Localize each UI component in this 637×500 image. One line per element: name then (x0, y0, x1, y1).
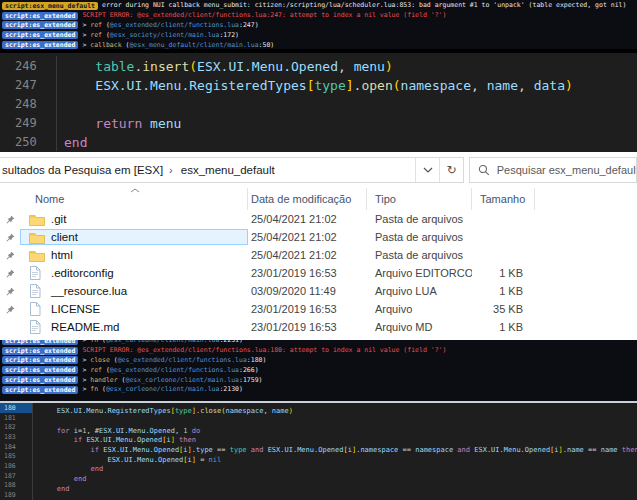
pin-cell (0, 269, 20, 278)
code-token: nil (209, 456, 222, 464)
code-line: 186 end (0, 461, 637, 471)
file-row[interactable]: client25/04/2021 21:02Pasta de arquivos (0, 228, 637, 246)
file-date: 03/09/2020 11:49 (248, 285, 367, 297)
code-token: name (567, 446, 584, 454)
code-token: :180) (247, 356, 267, 365)
file-name-cell[interactable]: .editorconfig (20, 265, 248, 281)
file-type: Pasta de arquivos (367, 249, 472, 261)
code-content: end (33, 476, 70, 495)
code-token: :2251) (219, 340, 242, 345)
script-badge: script:es_extended (2, 21, 78, 29)
file-date: 25/04/2021 21:02 (248, 249, 367, 261)
file-size: 35 KB (472, 303, 535, 315)
code-token: ref (90, 21, 102, 30)
console-line: script:es_extendedSCRIPT ERROR: @es_exte… (2, 11, 637, 21)
refresh-button[interactable]: ↻ (439, 158, 463, 182)
code-token: ( (110, 356, 118, 365)
code-token: fn (90, 340, 98, 345)
file-name: __resource.lua (51, 285, 127, 297)
column-header-size[interactable]: Tamanho (472, 188, 535, 210)
column-label: Nome (35, 193, 64, 205)
line-number: 181 (0, 413, 33, 423)
code-token: @esx_menu_default/client/main.lua (129, 41, 258, 49)
line-number: 188 (0, 481, 33, 491)
code-token: :2130) (219, 385, 242, 394)
address-bar[interactable]: sultados da Pesquisa em [ESX] › esx_menu… (0, 157, 464, 183)
code-token: ( (98, 385, 106, 394)
file-row[interactable]: .editorconfig23/01/2019 16:53Arquivo EDI… (0, 264, 637, 282)
file-row[interactable]: html25/04/2021 21:02Pasta de arquivos (0, 246, 637, 264)
code-content: ESX.UI.Menu.RegisteredTypes[type].open(n… (57, 75, 573, 94)
code-token: end (74, 475, 87, 483)
file-row[interactable]: LICENSE23/01/2019 16:53Arquivo35 KB (0, 300, 637, 318)
code-token: fn (90, 385, 98, 394)
file-name-cell[interactable]: LICENSE (20, 301, 248, 317)
refresh-icon: ↻ (446, 163, 456, 177)
code-token: > (82, 376, 90, 385)
code-token (64, 59, 95, 74)
code-token: , (263, 407, 271, 415)
file-name-cell[interactable]: .git (20, 211, 248, 227)
code-token: :172) (219, 31, 239, 40)
code-token: > (82, 21, 90, 30)
code-token (40, 407, 57, 415)
code-token: ( (102, 31, 110, 40)
script-badge: script:esx_menu_default (2, 2, 98, 10)
column-header-date[interactable]: Data de modificação (248, 188, 367, 210)
line-number: 246 (0, 56, 57, 75)
column-header-type[interactable]: Tipo (367, 188, 472, 210)
code-token: ) (385, 59, 393, 74)
file-row[interactable]: .git25/04/2021 21:02Pasta de arquivos (0, 210, 637, 228)
bottom-console: script:es_extended> fn (@esx_corleone/cl… (0, 340, 637, 401)
code-token: namespace (225, 407, 263, 415)
code-token: @esx_society/client/main.lua (110, 31, 220, 40)
code-token: :1759) (239, 376, 262, 385)
file-icon (29, 284, 41, 298)
file-name-cell[interactable]: __resource.lua (20, 283, 248, 299)
file-name-cell[interactable]: client (20, 229, 248, 245)
code-token: end (91, 465, 104, 473)
pin-cell (0, 287, 20, 296)
file-name: client (51, 231, 78, 243)
code-token: name (272, 407, 289, 415)
code-token (142, 116, 150, 131)
code-token: ( (102, 21, 110, 30)
code-content: end (57, 132, 87, 151)
breadcrumb[interactable]: sultados da Pesquisa em [ESX] (0, 164, 163, 176)
code-token: @esx_corleone/client/main.lua (106, 385, 220, 394)
code-token: ref (90, 366, 102, 375)
file-plain-icon (29, 302, 45, 316)
code-line: 247 ESX.UI.Menu.RegisteredTypes[type].op… (0, 75, 637, 94)
search-input[interactable]: Pesquisar esx_menu_default (497, 164, 636, 176)
code-token: ref (90, 31, 102, 40)
code-token: ) (289, 407, 293, 415)
file-type: Arquivo EDITORCON... (367, 267, 472, 279)
line-number: 189 (0, 490, 33, 500)
address-dropdown-button[interactable] (415, 158, 439, 182)
file-type: Pasta de arquivos (367, 213, 472, 225)
console-line: script:es_extendedSCRIPT ERROR: @es_exte… (2, 346, 637, 356)
code-token: @esx_corleone/client/main.lua (106, 340, 220, 345)
script-badge: script:es_extended (2, 41, 78, 49)
file-row[interactable]: README.md23/01/2019 16:53Arquivo MD1 KB (0, 318, 637, 336)
console-line: script:es_extended> ref (@es_extended/cl… (2, 365, 637, 375)
pin-icon (6, 215, 15, 224)
code-token: :266) (239, 366, 259, 375)
column-header-name[interactable]: Nome (20, 188, 248, 210)
code-token: ESX.UI.Menu.Opened (268, 446, 344, 454)
code-token: namespace (415, 446, 453, 454)
line-number: 250 (0, 132, 57, 151)
pin-icon (6, 305, 15, 314)
search-box[interactable]: Pesquisar esx_menu_default (469, 157, 637, 183)
code-token: > (82, 31, 90, 40)
file-row[interactable]: __resource.lua03/09/2020 11:49Arquivo LU… (0, 282, 637, 300)
file-date: 25/04/2021 21:02 (248, 231, 367, 243)
file-name-cell[interactable]: README.md (20, 319, 248, 335)
breadcrumb-current[interactable]: esx_menu_default (179, 164, 275, 176)
pin-cell (0, 215, 20, 224)
file-name: LICENSE (51, 303, 100, 315)
file-date: 25/04/2021 21:02 (248, 213, 367, 225)
code-token: SCRIPT ERROR: @es_extended/client/functi… (82, 346, 446, 355)
code-token: ( (98, 340, 106, 345)
file-name-cell[interactable]: html (20, 247, 248, 263)
